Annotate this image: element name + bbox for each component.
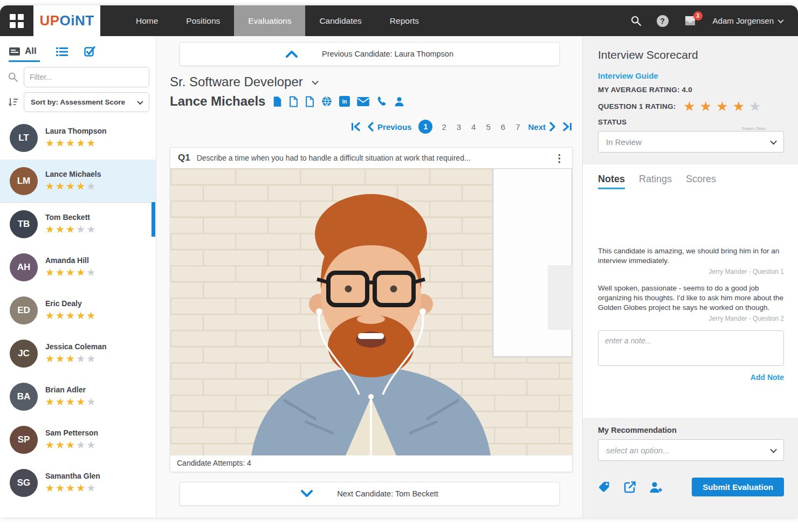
candidate-list-item[interactable]: JCJessica Coleman★★★★★ — [0, 332, 156, 375]
help-icon[interactable]: ? — [657, 15, 669, 27]
star-icon: ★ — [733, 99, 749, 114]
tab-notes[interactable]: Notes — [598, 174, 625, 189]
filter-input[interactable] — [24, 67, 149, 87]
star-icon: ★ — [45, 181, 56, 192]
list-view-icon[interactable] — [56, 47, 68, 62]
page-number-6[interactable]: 6 — [500, 122, 506, 132]
search-icon[interactable] — [630, 15, 642, 26]
star-icon: ★ — [45, 224, 56, 235]
resume-filled-icon[interactable] — [273, 96, 282, 107]
upoint-logo[interactable]: UPOiNT — [33, 5, 100, 36]
page-number-7[interactable]: 7 — [514, 122, 521, 132]
tab-all-label: All — [25, 46, 37, 57]
nav-item-home[interactable]: Home — [122, 5, 172, 36]
nav-item-evaluations[interactable]: Evaluations — [234, 5, 305, 36]
next-candidate-bar[interactable]: Next Candidate: Tom Beckett — [180, 482, 560, 506]
last-page-icon — [563, 122, 573, 132]
page-number-1[interactable]: 1 — [418, 120, 432, 134]
page-number-5[interactable]: 5 — [485, 122, 491, 132]
candidate-list-item[interactable]: SGSamantha Glen★★★★★ — [0, 461, 156, 502]
user-menu[interactable]: Adam Jorgensen — [713, 16, 783, 25]
candidate-list-item[interactable]: AHAmanda Hill★★★★★ — [0, 246, 156, 289]
page-number-3[interactable]: 3 — [456, 122, 462, 132]
star-icon: ★ — [86, 482, 97, 494]
candidate-list-item[interactable]: SPSam Petterson★★★★★ — [0, 418, 156, 461]
avatar: LT — [10, 124, 38, 152]
candidate-list-item[interactable]: LTLaura Thompson★★★★★ — [0, 116, 156, 160]
nav-item-positions[interactable]: Positions — [172, 5, 234, 36]
watermark-text: Shawn Olsen — [741, 126, 766, 131]
tab-scores[interactable]: Scores — [686, 174, 716, 189]
tab-all-candidates[interactable]: All — [9, 46, 40, 62]
note-input[interactable] — [598, 330, 784, 366]
star-icon: ★ — [86, 267, 97, 278]
avatar: TB — [10, 210, 38, 238]
first-page-button[interactable] — [350, 122, 360, 132]
website-globe-icon[interactable] — [321, 96, 332, 107]
sidebar-scrollbar-thumb[interactable] — [152, 202, 155, 237]
user-name-label: Adam Jorgensen — [713, 16, 774, 25]
page-numbers: 1234567 — [418, 120, 521, 134]
avatar: SG — [10, 469, 38, 497]
candidate-rating: ★★★★★ — [45, 266, 97, 279]
linkedin-icon[interactable]: in — [339, 96, 350, 107]
notes-list: This candidate is amazing, we should bri… — [598, 246, 784, 322]
question1-rating-stars[interactable]: ★★★★★ — [683, 99, 765, 114]
last-page-button[interactable] — [563, 122, 573, 132]
phone-icon[interactable] — [376, 96, 387, 107]
candidate-list-item[interactable]: BABrian Adler★★★★★ — [0, 375, 156, 418]
add-person-icon[interactable] — [649, 481, 663, 494]
notifications-button[interactable]: 3 — [684, 15, 698, 26]
chevron-down-icon — [778, 17, 783, 23]
avatar: JC — [10, 340, 38, 368]
nav-item-candidates[interactable]: Candidates — [305, 5, 375, 36]
star-icon: ★ — [66, 181, 76, 192]
star-icon: ★ — [45, 310, 56, 321]
tab-ratings[interactable]: Ratings — [639, 174, 672, 189]
candidate-list-item[interactable]: EDEric Dealy★★★★★ — [0, 289, 156, 332]
star-icon: ★ — [56, 310, 66, 321]
candidate-rating: ★★★★★ — [45, 309, 97, 322]
star-icon: ★ — [749, 99, 765, 114]
avatar: ED — [10, 296, 38, 324]
candidate-video-frame[interactable] — [170, 168, 572, 455]
tag-icon[interactable] — [598, 481, 611, 494]
interview-scorecard-panel: Interview Scorecard Interview Guide MY A… — [582, 36, 798, 517]
profile-icon[interactable] — [394, 96, 404, 107]
status-select[interactable]: In Review — [598, 131, 784, 153]
nav-item-reports[interactable]: Reports — [376, 5, 433, 36]
submit-evaluation-button[interactable]: Submit Evaluation — [692, 478, 784, 496]
previous-candidate-bar[interactable]: Previous Candidate: Laura Thompson — [180, 42, 560, 66]
position-title-row[interactable]: Sr. Software Developer — [170, 74, 582, 89]
document-icon[interactable] — [289, 96, 298, 107]
page-number-4[interactable]: 4 — [470, 122, 477, 132]
chevron-down-icon — [770, 446, 777, 453]
question-menu-kebab-icon[interactable]: ⋮ — [554, 153, 565, 163]
sort-select[interactable]: Sort by: Assessment Score — [24, 92, 149, 112]
star-icon: ★ — [66, 310, 76, 321]
next-page-button[interactable]: Next — [528, 122, 556, 132]
note-text: Well spoken, passionate - seems to do a … — [598, 284, 784, 313]
email-icon[interactable] — [357, 97, 369, 106]
previous-page-button[interactable]: Previous — [367, 122, 411, 132]
add-note-link[interactable]: Add Note — [598, 373, 784, 382]
candidate-name: Lance Michaels — [45, 170, 101, 178]
candidate-list-item[interactable]: LMLance Michaels★★★★★ — [0, 160, 156, 203]
interview-guide-link[interactable]: Interview Guide — [598, 71, 784, 80]
app-grid-button[interactable] — [0, 5, 33, 36]
average-rating-label: MY AVERAGE RATING: 4.0 — [598, 86, 784, 94]
star-icon: ★ — [86, 396, 97, 407]
star-icon: ★ — [45, 396, 56, 407]
candidate-list-item[interactable]: TBTom Beckett★★★★★ — [0, 203, 156, 246]
star-icon: ★ — [56, 482, 66, 494]
star-icon: ★ — [86, 137, 97, 149]
checklist-view-icon[interactable] — [84, 46, 95, 62]
star-icon: ★ — [86, 353, 97, 364]
page-number-2[interactable]: 2 — [441, 122, 447, 132]
document2-icon[interactable] — [305, 96, 314, 107]
recommendation-select[interactable]: select an option... — [598, 439, 784, 461]
share-export-icon[interactable] — [623, 481, 637, 494]
candidate-name: Laura Thompson — [45, 127, 107, 135]
star-icon: ★ — [66, 267, 76, 278]
star-icon: ★ — [56, 267, 66, 278]
